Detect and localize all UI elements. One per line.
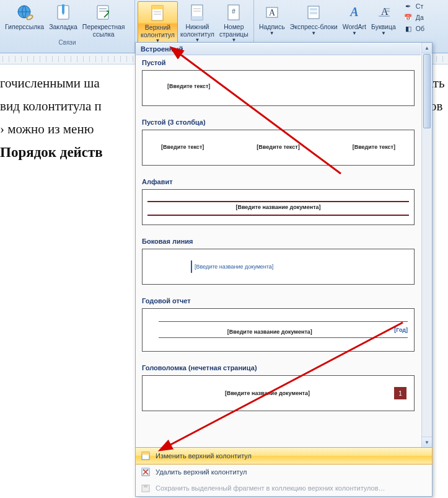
hyperlink-button[interactable]: Гиперссылка [2, 1, 46, 32]
dropdown-arrow-icon: ▼ [381, 30, 386, 36]
remove-header-label: Удалить верхний колонтитул [156, 468, 247, 476]
edit-header-menuitem[interactable]: Изменить верхний колонтитул [135, 447, 433, 465]
crossref-label: Перекрестная ссылка [82, 24, 125, 38]
object-icon: ◧ [403, 24, 413, 33]
edit-header-icon [141, 451, 151, 461]
remove-header-menuitem[interactable]: Удалить верхний колонтитул [136, 464, 432, 480]
gallery-category: Встроенный [136, 43, 421, 55]
svg-rect-30 [142, 468, 149, 471]
gallery-item-label: Пустой [136, 55, 421, 68]
doc-line: вид колонтитула п [0, 99, 102, 113]
save-header-icon [141, 483, 151, 493]
wordart-button[interactable]: A WordArt ▼ [340, 1, 369, 37]
gallery-scrollbar[interactable]: ▲ ▼ [421, 43, 432, 447]
dropdown-arrow-icon: ▼ [311, 30, 316, 36]
crossref-button[interactable]: Перекрестная ссылка [80, 1, 128, 39]
gallery-item-preview-puzzle[interactable]: [Введите название документа] 1 [142, 375, 415, 411]
svg-text:A: A [269, 8, 276, 17]
pagenumber-icon: # [224, 2, 244, 22]
textbox-button[interactable]: A Надпись ▼ [257, 1, 288, 37]
gallery-item-preview-sideline[interactable]: [Введите название документа] [142, 249, 415, 285]
gallery-item-label: Алфавит [136, 174, 421, 187]
svg-rect-8 [152, 6, 163, 9]
dropdown-arrow-icon: ▼ [352, 30, 357, 36]
pagenumber-label: Номер страницы [219, 24, 248, 38]
gallery-item-preview-annual[interactable]: [Введите название документа] [Год] [142, 308, 415, 352]
scroll-thumb[interactable] [423, 54, 431, 128]
ribbon-group-links: Гиперссылка Закладка Перекрестная ссылка… [0, 0, 135, 53]
svg-rect-20 [310, 8, 317, 11]
calendar-icon: 📅 [403, 12, 413, 22]
bookmark-icon [53, 2, 73, 22]
save-header-label: Сохранить выделенный фрагмент в коллекци… [156, 484, 385, 492]
svg-text:#: # [232, 7, 235, 16]
dropcap-icon: A [374, 2, 393, 22]
bookmark-button[interactable]: Закладка [46, 1, 80, 32]
quickparts-button[interactable]: Экспресс-блоки ▼ [288, 1, 340, 37]
signature-icon: ✒ [403, 1, 413, 11]
gallery-item-preview-alphabet[interactable]: [Введите название документа] [142, 189, 415, 225]
gallery-item-preview-three-col[interactable]: [Введите текст] [Введите текст] [Введите… [142, 130, 415, 166]
gallery-item-label: Головоломка (нечетная страница) [136, 360, 421, 373]
gallery-item-label: Пустой (3 столбца) [136, 115, 421, 127]
crossref-icon [94, 2, 113, 22]
dropcap-button[interactable]: A Буквица ▼ [369, 1, 398, 37]
footer-button[interactable]: Нижний колонтитул ▼ [178, 1, 217, 44]
pagenumber-button[interactable]: # Номер страницы ▼ [217, 1, 251, 44]
wordart-icon: A [345, 2, 364, 22]
remove-header-icon [141, 467, 151, 477]
gallery-item-label: Боковая линия [136, 234, 421, 246]
footer-icon [187, 2, 207, 22]
header-icon [147, 3, 167, 23]
scroll-down-button[interactable]: ▼ [422, 437, 432, 447]
edit-header-label: Изменить верхний колонтитул [156, 452, 252, 460]
textbox-icon: A [262, 2, 282, 22]
svg-rect-21 [310, 12, 317, 14]
svg-rect-3 [62, 4, 64, 13]
scroll-up-button[interactable]: ▲ [422, 43, 432, 53]
svg-text:A: A [349, 5, 358, 19]
quickparts-icon [304, 2, 323, 22]
save-header-menuitem: Сохранить выделенный фрагмент в коллекци… [136, 480, 432, 496]
footer-label: Нижний колонтитул [180, 24, 214, 38]
group-links-caption: Связи [2, 39, 132, 47]
datetime-button[interactable]: 📅 Да [403, 12, 424, 22]
svg-rect-28 [142, 452, 149, 455]
bookmark-label: Закладка [49, 24, 77, 31]
dropdown-arrow-icon: ▼ [270, 30, 275, 36]
svg-rect-4 [97, 6, 108, 19]
header-label: Верхний колонтитул [141, 24, 175, 38]
header-gallery-dropdown: Встроенный Пустой [Введите текст] Пустой… [135, 42, 433, 497]
object-button[interactable]: ◧ Об [403, 24, 424, 33]
hyperlink-label: Гиперссылка [5, 24, 44, 31]
gallery-item-label: Годовой отчет [136, 293, 421, 306]
gallery-footer: Изменить верхний колонтитул Удалить верх… [136, 447, 432, 496]
gallery-item-preview-empty[interactable]: [Введите текст] [142, 70, 415, 106]
svg-rect-34 [144, 485, 147, 487]
signature-line-button[interactable]: ✒ Ст [403, 1, 424, 11]
doc-line: гочисленными ша [0, 76, 100, 91]
globe-link-icon [15, 2, 35, 22]
header-button[interactable]: Верхний колонтитул ▼ [138, 1, 178, 45]
svg-rect-12 [191, 16, 203, 20]
